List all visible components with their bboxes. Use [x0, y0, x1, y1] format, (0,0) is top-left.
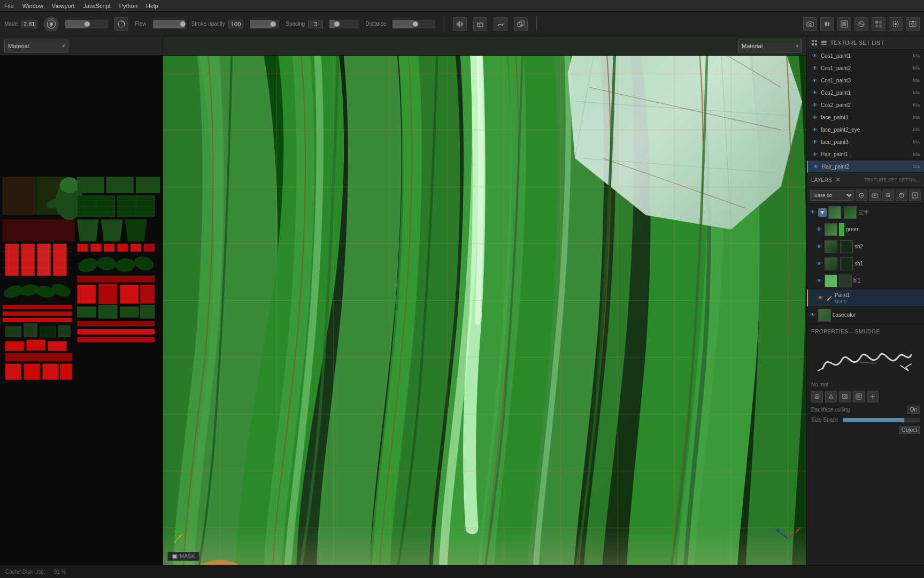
svg-rect-52: [59, 325, 71, 337]
eye-icon[interactable]: 👁: [812, 163, 820, 170]
backface-icon-5[interactable]: [867, 391, 879, 402]
blend-mode-wrapper[interactable]: Base co: [810, 190, 854, 201]
eye-icon[interactable]: 👁: [811, 64, 819, 72]
svg-rect-56: [5, 353, 72, 361]
layer-add-paint-btn[interactable]: [856, 189, 867, 201]
menu-window[interactable]: Window: [22, 3, 43, 9]
size-space-value[interactable]: Object: [899, 426, 920, 434]
distance-group: Distance: [365, 21, 386, 27]
eye-icon[interactable]: 👁: [811, 150, 819, 158]
texture-set-item-face-paint1[interactable]: 👁 face_paint1 Ma: [807, 111, 924, 124]
layer-item-sh1[interactable]: 👁 sh1: [807, 255, 924, 272]
texture-preview[interactable]: [0, 56, 163, 565]
brush-size-icon[interactable]: [44, 17, 59, 32]
layer-item-sh2[interactable]: 👁 sh2: [807, 238, 924, 255]
texture-set-item-cos2-paint2[interactable]: 👁 Cos2_paint2 Ma: [807, 99, 924, 111]
eye-icon[interactable]: 👁: [811, 113, 819, 121]
texture-list-icon: [811, 40, 818, 46]
svg-rect-47: [3, 311, 72, 316]
svg-rect-179: [857, 395, 860, 398]
layer-item-group1[interactable]: 👁 ▼ 三千: [807, 204, 924, 221]
camera-icon[interactable]: [803, 17, 817, 31]
symmetry-icon[interactable]: [453, 17, 467, 31]
layer-thumb: [825, 257, 837, 270]
texture-set-item-cos1-paint1[interactable]: 👁 Cos1_paint1 Ma: [807, 50, 924, 62]
layer-eye-icon[interactable]: 👁: [815, 260, 823, 268]
layer-item-hi1[interactable]: 👁 hi1: [807, 272, 924, 290]
canvas-dropdown-wrapper[interactable]: Material: [738, 40, 802, 52]
backface-icon-1[interactable]: [811, 391, 823, 402]
layers-close-btn[interactable]: ✕: [835, 176, 841, 184]
eye-icon[interactable]: 👁: [811, 101, 819, 109]
canvas-area[interactable]: Material: [163, 36, 806, 565]
spacing-value[interactable]: 3: [308, 20, 323, 28]
eye-icon[interactable]: 👁: [811, 52, 819, 59]
texture-set-item-cos2-paint1[interactable]: 👁 Cos2_paint1 Ma: [807, 87, 924, 99]
texture-set-item-face-paint3[interactable]: 👁 face_paint3 Ma: [807, 136, 924, 148]
svg-rect-58: [24, 364, 40, 380]
brush-size-slider[interactable]: [65, 20, 108, 28]
eye-icon[interactable]: 👁: [811, 138, 819, 146]
layer-eye-icon[interactable]: 👁: [815, 226, 823, 233]
smudge-wave: [811, 339, 920, 382]
mode-value[interactable]: 2.81: [21, 20, 37, 28]
status-bar: Cache Disk Use: 91 %: [0, 565, 924, 578]
layer-folder-icon: ▼: [818, 208, 827, 217]
left-material-dropdown[interactable]: Material: [4, 40, 68, 52]
menu-javascript[interactable]: JavaScript: [83, 3, 110, 9]
eraser-icon[interactable]: [473, 17, 487, 31]
clone-icon[interactable]: [514, 17, 528, 31]
texture-set-settings-label[interactable]: TEXTURE SET SETTIN...: [864, 177, 920, 182]
size-space-slider[interactable]: [843, 418, 920, 422]
viewport-solo-icon[interactable]: [872, 17, 886, 31]
eye-icon[interactable]: 👁: [811, 126, 819, 133]
texture-set-item-cos1-paint3[interactable]: 👁 Cos1_paint3 Ma: [807, 74, 924, 87]
eye-icon[interactable]: 👁: [811, 77, 819, 84]
texture-set-item-hair-paint1[interactable]: 👁 Hair_paint1 Ma: [807, 148, 924, 161]
smudge-icon[interactable]: [494, 17, 507, 31]
layer-fill-btn[interactable]: [882, 189, 894, 201]
eye-icon[interactable]: 👁: [811, 89, 819, 96]
cache-disk-value: 91 %: [53, 569, 66, 575]
left-dropdown-wrapper[interactable]: Material: [4, 40, 68, 52]
layer-eye-icon[interactable]: 👁: [809, 311, 817, 319]
render-icon[interactable]: [837, 17, 851, 31]
blend-mode-dropdown[interactable]: Base co: [810, 190, 854, 201]
layer-eye-icon[interactable]: 👁: [815, 277, 823, 285]
pause-icon[interactable]: [820, 17, 834, 31]
screenshot-icon[interactable]: [906, 17, 920, 31]
layer-item-green[interactable]: 👁 green: [807, 221, 924, 238]
texture-set-item-hair-paint2[interactable]: 👁 Hair_paint2 Ma: [807, 161, 924, 173]
canvas-second-toolbar: Material: [163, 36, 806, 56]
backface-icon-4[interactable]: [853, 391, 865, 402]
layer-add-mask-btn[interactable]: [869, 189, 881, 201]
backface-icon-2[interactable]: [825, 391, 837, 402]
layer-eye-icon[interactable]: 👁: [817, 294, 824, 302]
menu-python[interactable]: Python: [119, 3, 137, 9]
stroke-opacity-slider[interactable]: [250, 20, 279, 28]
material-view-icon[interactable]: [854, 17, 868, 31]
layer-eye-icon[interactable]: 👁: [809, 209, 817, 216]
texture-set-item-face-paint2-eye[interactable]: 👁 face_paint2_eye Ma: [807, 124, 924, 136]
distance-slider[interactable]: [392, 20, 435, 28]
texture-set-item-cos1-paint2[interactable]: 👁 Cos1_paint2 Ma: [807, 62, 924, 74]
layer-gen-btn[interactable]: [896, 189, 907, 201]
svg-point-171: [827, 299, 829, 301]
menu-file[interactable]: File: [4, 3, 14, 9]
flow-label: Flow: [135, 21, 146, 27]
layer-eye-icon[interactable]: 👁: [815, 243, 823, 250]
settings-icon[interactable]: [889, 17, 903, 31]
backface-value[interactable]: On: [907, 406, 920, 414]
menu-viewport[interactable]: Viewport: [52, 3, 75, 9]
flow-slider[interactable]: [153, 20, 185, 28]
backface-icon-3[interactable]: [839, 391, 851, 402]
svg-rect-155: [812, 40, 814, 42]
canvas-material-dropdown[interactable]: Material: [738, 40, 802, 52]
layer-item-paint1[interactable]: 👁 Paint1 Norm: [807, 290, 924, 307]
layer-item-basecolor[interactable]: 👁 basecolor: [807, 307, 924, 324]
layer-more-btn[interactable]: [909, 189, 921, 201]
spacing-slider[interactable]: [329, 20, 359, 28]
menu-help[interactable]: Help: [146, 3, 158, 9]
brush-opacity-icon[interactable]: [114, 17, 128, 31]
stroke-opacity-value[interactable]: 100: [228, 20, 243, 28]
